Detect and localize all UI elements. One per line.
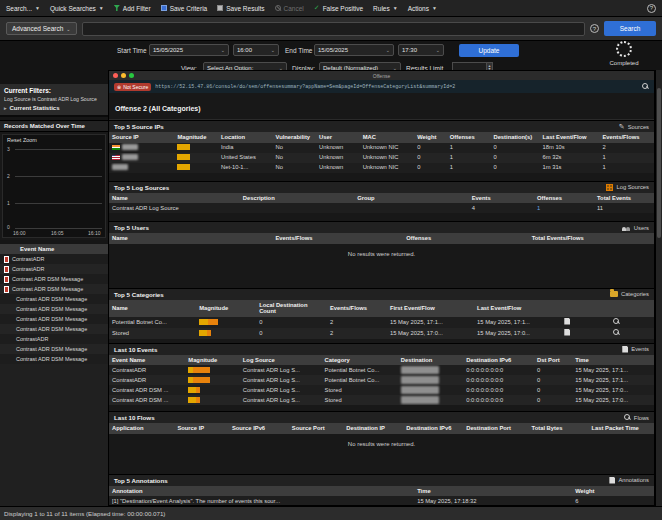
start-date-select[interactable]: 15/05/2025⌄ bbox=[149, 44, 229, 56]
column-header[interactable]: First Event/Flow bbox=[387, 300, 474, 317]
column-header[interactable]: Weight bbox=[414, 132, 447, 143]
false-positive-button[interactable]: ✓False Positive bbox=[314, 5, 363, 12]
search-icon[interactable] bbox=[642, 83, 649, 90]
column-header[interactable]: Offenses bbox=[403, 233, 528, 244]
table-row[interactable]: IndiaNoUnknownUnknown NIC01018m 10s2 bbox=[109, 143, 654, 153]
magnifier-icon[interactable] bbox=[613, 318, 620, 325]
column-header[interactable]: User bbox=[316, 132, 360, 143]
column-header[interactable]: Annotation bbox=[109, 486, 414, 497]
column-header[interactable] bbox=[561, 300, 610, 317]
save-results-button[interactable]: Save Results bbox=[217, 5, 264, 12]
table-row[interactable]: Contrast ADR DSM ...Contrast ADR Log S..… bbox=[109, 395, 654, 405]
search-help-icon[interactable]: ? bbox=[590, 24, 599, 33]
advanced-search-input[interactable] bbox=[82, 22, 585, 36]
column-header[interactable]: Application bbox=[109, 423, 174, 434]
column-header[interactable]: Offenses bbox=[534, 193, 594, 204]
column-header[interactable]: Events/Flows bbox=[599, 132, 654, 143]
column-header[interactable]: Magnitude bbox=[196, 300, 256, 317]
end-hour-select[interactable]: 17:30⌄ bbox=[398, 44, 444, 56]
vertical-scrollbar[interactable] bbox=[655, 70, 662, 506]
scrollbar-thumb[interactable] bbox=[657, 88, 661, 238]
list-item[interactable]: Contrast ADR DSM Message bbox=[0, 354, 108, 364]
column-header[interactable]: Destination bbox=[398, 355, 463, 366]
search-menu[interactable]: Search...▼ bbox=[6, 5, 40, 12]
column-header[interactable]: Time bbox=[414, 486, 572, 497]
column-header[interactable]: Vulnerability bbox=[272, 132, 316, 143]
table-row[interactable]: Stored0215 May 2025, 17:0...15 May 2025,… bbox=[109, 328, 654, 339]
column-header[interactable]: Source Port bbox=[289, 423, 344, 434]
sources-link[interactable]: ✎Sources bbox=[619, 123, 649, 130]
column-header[interactable]: Destination IPv6 bbox=[403, 423, 463, 434]
column-header[interactable]: Event Name bbox=[109, 355, 185, 366]
column-header[interactable]: Weight bbox=[572, 486, 654, 497]
add-filter-button[interactable]: Add Filter bbox=[114, 5, 151, 12]
list-item[interactable]: ContrastADR bbox=[0, 254, 108, 264]
column-header[interactable]: Events/Flows bbox=[327, 300, 387, 317]
table-row[interactable]: ContrastADRContrast ADR Log S...Potentia… bbox=[109, 365, 654, 375]
column-header[interactable]: Source IPv6 bbox=[229, 423, 289, 434]
categories-link[interactable]: Categories bbox=[610, 291, 649, 297]
list-item[interactable]: Contrast ADR DSM Message bbox=[0, 324, 108, 334]
column-header[interactable]: Destination Port bbox=[463, 423, 528, 434]
column-header[interactable]: Events bbox=[469, 193, 534, 204]
table-row[interactable]: Net-10-1...NoUnknownUnknown NIC0101m 31s… bbox=[109, 163, 654, 173]
column-header[interactable]: Location bbox=[218, 132, 273, 143]
column-header[interactable]: Time bbox=[572, 355, 654, 366]
column-header[interactable]: Category bbox=[322, 355, 398, 366]
list-item[interactable]: ContrastADR bbox=[0, 334, 108, 344]
table-row[interactable]: ContrastADRContrast ADR Log S...Potentia… bbox=[109, 375, 654, 385]
reset-zoom-button[interactable]: Reset Zoom bbox=[7, 137, 37, 143]
column-header[interactable]: MAC bbox=[360, 132, 415, 143]
table-row[interactable]: Contrast ADR DSM ...Contrast ADR Log S..… bbox=[109, 385, 654, 395]
table-row[interactable]: Potential Botnet Co...0215 May 2025, 17:… bbox=[109, 317, 654, 328]
column-header[interactable]: Events/Flows bbox=[273, 233, 404, 244]
flows-link[interactable]: Flows bbox=[624, 414, 649, 421]
help-icon[interactable]: ? bbox=[647, 4, 656, 13]
column-header[interactable]: Description bbox=[240, 193, 354, 204]
column-header[interactable]: Total Events bbox=[594, 193, 654, 204]
column-header[interactable]: Last Event/Flow bbox=[474, 300, 561, 317]
list-item[interactable]: ContrastADR bbox=[0, 264, 108, 274]
start-hour-select[interactable]: 16:00⌄ bbox=[233, 44, 279, 56]
table-row[interactable]: Contrast ADR Log Source4111 bbox=[109, 203, 654, 213]
column-header[interactable]: Name bbox=[109, 233, 273, 244]
users-link[interactable]: Users bbox=[622, 224, 649, 231]
annotations-link[interactable]: Annotations bbox=[609, 477, 649, 484]
column-header[interactable]: Magnitude bbox=[174, 132, 218, 143]
column-header[interactable]: Magnitude bbox=[185, 355, 240, 366]
column-header[interactable]: Group bbox=[354, 193, 468, 204]
quick-searches-menu[interactable]: Quick Searches▼ bbox=[50, 5, 104, 12]
log-sources-link[interactable]: Log Sources bbox=[606, 184, 649, 191]
table-link[interactable]: 1 bbox=[537, 205, 540, 211]
rules-menu[interactable]: Rules▼ bbox=[373, 5, 398, 12]
column-header[interactable]: Dst Port bbox=[534, 355, 572, 366]
doc-icon[interactable] bbox=[564, 329, 570, 336]
list-item[interactable]: Contrast ADR DSM Message bbox=[0, 274, 108, 284]
column-header[interactable] bbox=[610, 300, 654, 317]
update-button[interactable]: Update bbox=[459, 44, 519, 57]
list-item[interactable]: Contrast ADR DSM Message bbox=[0, 304, 108, 314]
current-statistics-toggle[interactable]: ▸Current Statistics bbox=[4, 105, 104, 111]
column-header[interactable]: Destination(s) bbox=[490, 132, 539, 143]
event-name-header[interactable]: Event Name bbox=[0, 244, 108, 254]
events-link[interactable]: Events bbox=[622, 346, 649, 353]
column-header[interactable]: Destination IPv6 bbox=[463, 355, 534, 366]
column-header[interactable]: Total Bytes bbox=[529, 423, 589, 434]
records-matched-chart[interactable]: Reset Zoom 3 2 1 0 16:00 16:05 16:10 bbox=[2, 134, 106, 238]
list-item[interactable]: Contrast ADR DSM Message bbox=[0, 294, 108, 304]
not-secure-badge[interactable]: ⊗Not Secure bbox=[114, 83, 151, 91]
advanced-search-selector[interactable]: Advanced Search⌄ bbox=[6, 22, 77, 35]
table-row[interactable]: United StatesNoUnknownUnknown NIC0106m 3… bbox=[109, 153, 654, 163]
column-header[interactable]: Total Events/Flows bbox=[529, 233, 654, 244]
url-text[interactable]: https://52.15.47.86/console/do/sem/offen… bbox=[155, 84, 638, 90]
column-header[interactable]: Source IP bbox=[174, 423, 229, 434]
column-header[interactable]: Destination IP bbox=[343, 423, 403, 434]
magnifier-icon[interactable] bbox=[613, 329, 620, 336]
actions-menu[interactable]: Actions▼ bbox=[408, 5, 437, 12]
search-button[interactable]: Search bbox=[604, 21, 656, 36]
column-header[interactable]: Log Source bbox=[240, 355, 322, 366]
list-item[interactable]: Contrast ADR DSM Message bbox=[0, 284, 108, 294]
column-header[interactable]: Name bbox=[109, 300, 196, 317]
list-item[interactable]: Contrast ADR DSM Message bbox=[0, 314, 108, 324]
save-criteria-button[interactable]: Save Criteria bbox=[161, 5, 208, 12]
